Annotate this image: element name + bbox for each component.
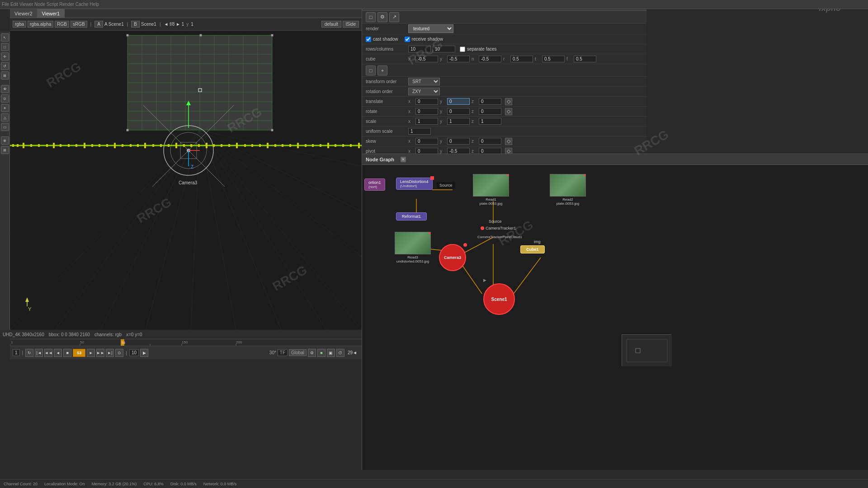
tool-geo[interactable]: △ xyxy=(1,113,9,122)
node-cameratrackercloud[interactable]: CameraTrackerPointCloud1 xyxy=(477,235,522,239)
lside-btn[interactable]: lSide xyxy=(343,21,359,28)
node-scene1[interactable]: ▶ Scene1 xyxy=(483,278,515,315)
node-camera3[interactable]: Camera3 xyxy=(439,244,466,271)
rgb-select[interactable]: RGB xyxy=(55,21,69,28)
prop-gear-icon[interactable]: ⚙ xyxy=(377,12,387,22)
btn-play-fwd[interactable]: ►► xyxy=(96,349,104,357)
read2-thumb[interactable] xyxy=(550,174,586,197)
btn-loop[interactable]: ↻ xyxy=(25,349,33,357)
node-cameratracker1[interactable]: CameraTracker1 xyxy=(481,226,516,230)
btn-more[interactable]: ▶ xyxy=(140,349,148,357)
node-read2[interactable]: Read2plate.0053.jpg xyxy=(550,174,586,206)
prop-cube-icon[interactable]: □ xyxy=(366,12,376,22)
btn-timer[interactable]: ⏱ xyxy=(336,349,344,357)
node-read1[interactable]: Read1plate.0053.jpg xyxy=(473,174,509,206)
cube-r-input[interactable] xyxy=(510,56,533,62)
global-select[interactable]: Global xyxy=(289,349,307,356)
node-distortion1-rect[interactable]: ortion1 (nort) xyxy=(364,178,385,191)
rotate-anim-btn[interactable]: ◇ xyxy=(505,108,512,115)
tool-scale[interactable]: ⊞ xyxy=(1,71,9,80)
read3-thumb[interactable] xyxy=(395,232,431,254)
btn-green1[interactable]: ■ xyxy=(317,349,326,357)
skew-x-input[interactable] xyxy=(415,138,438,145)
tool-snap[interactable]: ⊕ xyxy=(1,136,9,145)
cube-n-input[interactable] xyxy=(479,56,501,62)
viewport-3d[interactable]: Z Camera3 Y xyxy=(10,31,362,330)
node-canvas[interactable]: ortion1 (nort) LensDistortion4 (Undistor… xyxy=(362,165,868,470)
node-reformat1[interactable]: Reformat1 xyxy=(396,212,427,221)
tool-arrow[interactable]: ↖ xyxy=(1,33,9,42)
btn-play[interactable]: ► xyxy=(87,349,95,357)
transform-order-select[interactable]: SRT STR RST xyxy=(408,78,440,85)
prop-icon-1[interactable]: □ xyxy=(366,66,376,75)
btn-current-frame[interactable]: 53 xyxy=(73,349,85,357)
tool-light[interactable]: ☀ xyxy=(1,104,9,112)
prop-icon-2[interactable]: + xyxy=(377,66,387,75)
columns-input[interactable]: 10 xyxy=(433,46,455,52)
scale-z-input[interactable] xyxy=(479,118,501,125)
translate-y-input[interactable] xyxy=(447,98,470,105)
cast-shadow-checkbox[interactable] xyxy=(366,37,371,42)
tool-view[interactable]: 👁 xyxy=(1,85,9,93)
btn-monitor[interactable]: ▣ xyxy=(327,349,335,357)
render-select[interactable]: textured wireframe solid xyxy=(408,24,453,33)
cube-t-input[interactable] xyxy=(542,56,565,62)
cube-f-input[interactable] xyxy=(574,56,596,62)
cube1-rect[interactable]: Cube1 xyxy=(520,245,545,253)
rotate-y-input[interactable] xyxy=(447,108,470,115)
tool-move[interactable]: ✛ xyxy=(1,52,9,61)
tab-viewer1[interactable]: Viewer1 xyxy=(38,9,65,18)
receive-shadow-checkbox[interactable] xyxy=(405,37,410,42)
btn-settings[interactable]: ⚙ xyxy=(308,349,316,357)
app-menu[interactable]: File Edit Viewer Node Script Render Cach… xyxy=(2,2,99,7)
translate-anim-btn[interactable]: ◇ xyxy=(505,98,512,105)
translate-x-input[interactable] xyxy=(415,98,438,105)
rotate-z-input[interactable] xyxy=(479,108,501,115)
btn-stop[interactable]: ■ xyxy=(63,349,71,357)
read1-thumb[interactable] xyxy=(473,174,509,197)
default-btn[interactable]: default xyxy=(321,21,341,28)
scene1-expand-icon[interactable]: ▶ xyxy=(483,278,486,282)
btn-to-start[interactable]: |◄ xyxy=(35,349,43,357)
svg-rect-102 xyxy=(274,144,276,147)
cube-y-input[interactable] xyxy=(447,56,470,62)
rotate-x-input[interactable] xyxy=(415,108,438,115)
camera3-circle[interactable]: Camera3 xyxy=(439,244,466,271)
node-graph-panel: Node Graph ✕ ortion1 ( xyxy=(362,154,868,470)
tool-grid[interactable]: ⊞ xyxy=(1,146,9,154)
skew-y-input[interactable] xyxy=(447,138,470,145)
scene1-circle[interactable]: Scene1 xyxy=(483,283,515,315)
tool-select[interactable]: □ xyxy=(1,43,9,51)
separate-faces-checkbox[interactable] xyxy=(460,47,465,52)
reformat1-rect[interactable]: Reformat1 xyxy=(396,212,427,221)
scale-y-input[interactable] xyxy=(447,118,470,125)
rotation-order-select[interactable]: ZXY XYZ YZX xyxy=(408,88,440,95)
node-cube1[interactable]: Cube1 xyxy=(520,245,545,253)
skew-anim-btn[interactable]: ◇ xyxy=(505,138,512,145)
skew-z-input[interactable] xyxy=(479,138,501,145)
node-lensdistortion4-rect[interactable]: LensDistortion4 (Undistort) xyxy=(396,178,433,190)
tab-viewer2[interactable]: Viewer2 xyxy=(10,9,38,18)
node-lensdistortion4[interactable]: LensDistortion4 (Undistort) xyxy=(396,178,433,190)
node-distortion1[interactable]: ortion1 (nort) xyxy=(364,178,385,191)
node-graph-close-btn[interactable]: ✕ xyxy=(401,157,406,162)
rgba-select[interactable]: rgba xyxy=(13,21,26,28)
tool-cam[interactable]: ⊙ xyxy=(1,94,9,103)
tool-rotate[interactable]: ↺ xyxy=(1,62,9,70)
node-read3[interactable]: Read3undistorted.0053.jpg xyxy=(395,232,431,263)
scale-x-input[interactable] xyxy=(415,118,438,125)
prop-arrow-icon[interactable]: ↗ xyxy=(389,12,399,22)
alpha-select[interactable]: rgba.alpha xyxy=(28,21,53,28)
btn-play-back[interactable]: ◄ xyxy=(54,349,62,357)
rows-input[interactable]: 10 xyxy=(408,46,431,52)
cube-x-input[interactable] xyxy=(415,56,438,62)
translate-z-input[interactable] xyxy=(479,98,501,105)
tool-card[interactable]: ▭ xyxy=(1,123,9,131)
btn-record[interactable]: ⊙ xyxy=(115,349,123,357)
scene-b-select[interactable]: B xyxy=(131,21,140,28)
uniform-scale-input[interactable] xyxy=(408,128,431,135)
srgb-select[interactable]: sRGB xyxy=(71,21,87,28)
scene-a-select[interactable]: A xyxy=(94,21,103,28)
btn-prev-frame[interactable]: ◄◄ xyxy=(44,349,52,357)
btn-to-end[interactable]: ►| xyxy=(106,349,114,357)
